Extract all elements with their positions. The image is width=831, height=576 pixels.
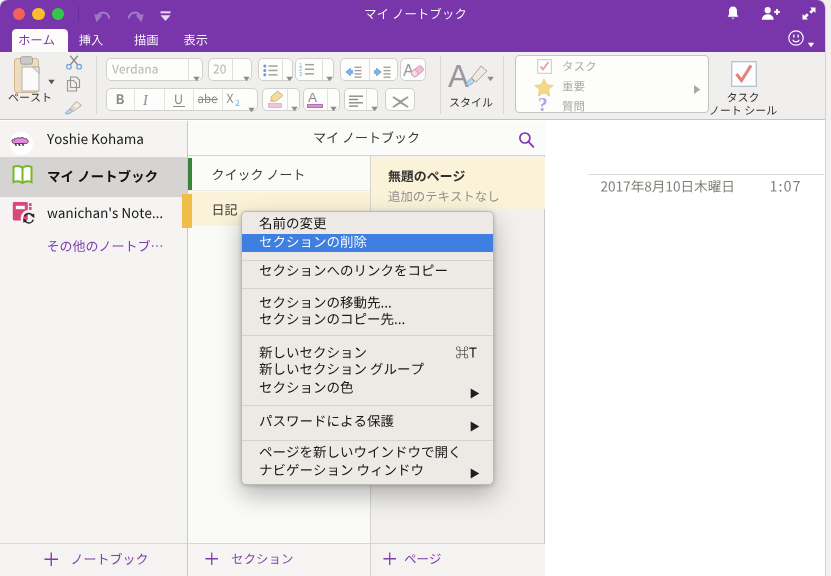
svg-text:?: ? [538, 95, 548, 114]
svg-text:A: A [448, 59, 469, 92]
svg-text:A: A [403, 62, 414, 79]
svg-text:3: 3 [299, 71, 302, 76]
